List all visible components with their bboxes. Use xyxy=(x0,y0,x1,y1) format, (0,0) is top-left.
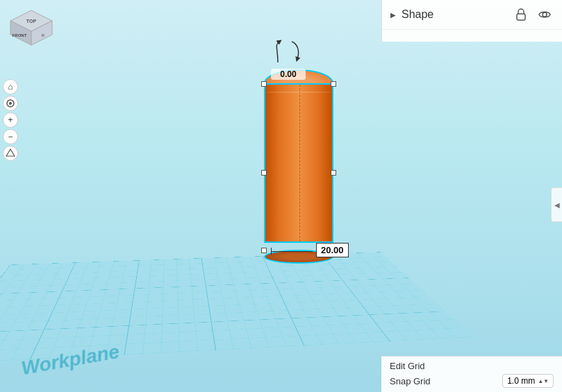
handle-mid-left[interactable] xyxy=(261,170,267,176)
snap-grid-row: Snap Grid 1.0 mm ▲▼ xyxy=(390,374,554,388)
right-edge-icon: ◀ xyxy=(554,201,560,209)
visibility-icon xyxy=(538,10,551,19)
snap-arrow-icon: ▲▼ xyxy=(538,378,549,384)
panel-title: Shape xyxy=(402,8,506,21)
handle-mid-right[interactable] xyxy=(331,170,336,176)
lock-icon xyxy=(515,8,527,21)
svg-text:R: R xyxy=(42,33,45,37)
orbit-button[interactable] xyxy=(3,96,18,111)
svg-text:TOP: TOP xyxy=(26,19,37,24)
svg-rect-12 xyxy=(517,14,525,20)
left-toolbar: ⌂ + − xyxy=(0,76,19,164)
view-mode-button[interactable] xyxy=(3,146,18,161)
rotate-widget[interactable]: 0.00 xyxy=(271,38,306,80)
zoom-out-button[interactable]: − xyxy=(3,129,18,144)
visibility-button[interactable] xyxy=(536,6,554,24)
dimension-value: 20.00 xyxy=(316,243,349,257)
3d-viewport[interactable]: Workplane xyxy=(0,0,562,392)
handle-bot-left[interactable] xyxy=(261,248,267,253)
bottom-bar: Edit Grid Snap Grid 1.0 mm ▲▼ xyxy=(381,356,562,392)
svg-point-13 xyxy=(543,12,547,17)
cylinder-body xyxy=(264,83,333,243)
edit-grid-label: Edit Grid xyxy=(390,361,425,371)
3d-object[interactable] xyxy=(257,62,340,264)
svg-text:FRONT: FRONT xyxy=(13,33,27,37)
panel-expand-arrow[interactable]: ▶ xyxy=(390,11,396,19)
handle-top-right[interactable] xyxy=(331,81,336,87)
svg-rect-2 xyxy=(0,252,473,364)
rotate-arrows-icon xyxy=(271,38,306,66)
nav-cube[interactable]: TOP FRONT R xyxy=(7,7,56,56)
lock-button[interactable] xyxy=(512,6,530,24)
grid-plane xyxy=(0,252,473,364)
home-button[interactable]: ⌂ xyxy=(3,79,18,94)
snap-value-text: 1.0 mm xyxy=(507,376,535,386)
handle-top-left[interactable] xyxy=(261,81,267,87)
snap-value-select[interactable]: 1.0 mm ▲▼ xyxy=(502,374,554,388)
zoom-in-button[interactable]: + xyxy=(3,112,18,128)
svg-marker-11 xyxy=(6,149,15,156)
right-panel: ▶ Shape xyxy=(381,0,562,42)
edit-grid-row: Edit Grid xyxy=(390,361,554,371)
svg-point-10 xyxy=(9,102,12,105)
rotate-value-label: 0.00 xyxy=(271,69,306,80)
right-edge-panel[interactable]: ◀ xyxy=(551,187,562,222)
snap-grid-label: Snap Grid xyxy=(390,376,431,386)
panel-header: ▶ Shape xyxy=(382,0,562,30)
